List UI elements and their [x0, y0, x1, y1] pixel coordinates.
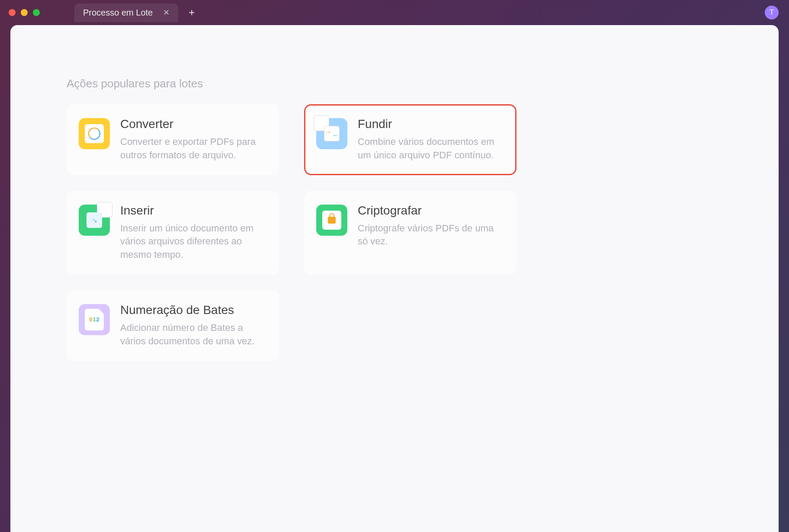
card-insert[interactable]: ↓ Inserir Inserir um único documento em … [67, 191, 279, 275]
card-description: Criptografe vários PDFs de uma só vez. [358, 222, 499, 249]
window-controls [9, 9, 40, 16]
app-window: Processo em Lote ✕ + T Ações populares p… [0, 0, 789, 532]
card-description: Adicionar número de Bates a vários docum… [120, 321, 262, 348]
card-description: Converter e exportar PDFs para outros fo… [120, 135, 262, 162]
card-title: Converter [120, 117, 262, 131]
encrypt-icon [316, 205, 347, 236]
tabs-container: Processo em Lote ✕ + [74, 3, 202, 22]
new-tab-button[interactable]: + [182, 3, 202, 22]
bates-numbering-icon: 012 [79, 304, 110, 335]
close-tab-icon[interactable]: ✕ [163, 8, 170, 17]
content-area: Ações populares para lotes Converter Con… [10, 25, 779, 532]
maximize-window-button[interactable] [33, 9, 40, 16]
card-title: Numeração de Bates [120, 303, 262, 317]
card-title: Fundir [358, 117, 499, 131]
card-content: Fundir Combine vários documentos em um ú… [358, 117, 499, 162]
card-merge[interactable]: → ← Fundir Combine vários documentos em … [304, 104, 516, 175]
convert-icon [79, 118, 110, 149]
merge-icon: → ← [316, 118, 347, 149]
card-bates[interactable]: 012 Numeração de Bates Adicionar número … [67, 290, 279, 361]
tab-batch-process[interactable]: Processo em Lote ✕ [74, 3, 178, 22]
card-content: Numeração de Bates Adicionar número de B… [120, 303, 262, 348]
card-title: Inserir [120, 204, 262, 218]
card-description: Inserir um único documento em vários arq… [120, 222, 262, 262]
titlebar: Processo em Lote ✕ + T [0, 0, 789, 25]
card-content: Inserir Inserir um único documento em vá… [120, 204, 262, 262]
cards-grid: Converter Converter e exportar PDFs para… [67, 104, 516, 361]
close-window-button[interactable] [9, 9, 16, 16]
card-description: Combine vários documentos em um único ar… [358, 135, 499, 162]
card-content: Converter Converter e exportar PDFs para… [120, 117, 262, 162]
insert-icon: ↓ [79, 205, 110, 236]
card-convert[interactable]: Converter Converter e exportar PDFs para… [67, 104, 279, 175]
minimize-window-button[interactable] [21, 9, 28, 16]
card-content: Criptografar Criptografe vários PDFs de … [358, 204, 499, 249]
card-title: Criptografar [358, 204, 499, 218]
card-encrypt[interactable]: Criptografar Criptografe vários PDFs de … [304, 191, 516, 275]
section-title: Ações populares para lotes [67, 77, 722, 90]
tab-title: Processo em Lote [83, 8, 153, 18]
user-initial: T [770, 9, 774, 16]
user-avatar[interactable]: T [765, 6, 779, 19]
